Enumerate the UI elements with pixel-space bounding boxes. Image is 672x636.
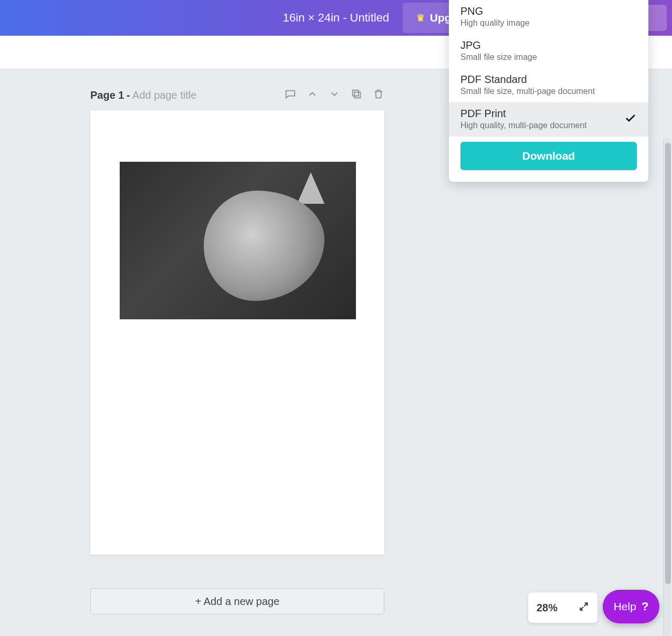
option-title: JPG	[460, 39, 637, 51]
fullscreen-icon[interactable]	[579, 601, 589, 614]
design-page[interactable]	[90, 110, 384, 555]
option-desc: High quality, multi-page document	[460, 121, 587, 130]
page-heading: Page 1 - Add page title	[90, 89, 196, 101]
option-desc: Small file size, multi-page document	[460, 87, 637, 96]
canvas-image[interactable]	[120, 162, 356, 319]
page-number-label: Page 1	[90, 89, 124, 101]
check-icon	[624, 112, 637, 127]
crown-icon: ♛	[416, 12, 425, 24]
move-down-icon[interactable]	[329, 88, 340, 102]
option-desc: Small file size image	[460, 53, 637, 62]
help-question-icon: ?	[642, 600, 648, 613]
zoom-value: 28%	[537, 602, 558, 614]
document-title[interactable]: 16in × 24in - Untitled	[283, 11, 389, 25]
trash-icon[interactable]	[373, 88, 384, 102]
duplicate-icon[interactable]	[351, 88, 362, 102]
download-option-png[interactable]: PNG High quality image	[449, 0, 648, 34]
download-option-jpg[interactable]: JPG Small file size image	[449, 34, 648, 68]
comment-icon[interactable]	[285, 88, 296, 102]
move-up-icon[interactable]	[307, 88, 318, 102]
vertical-scrollbar-thumb[interactable]	[665, 143, 671, 584]
option-title: PDF Print	[460, 108, 587, 120]
add-page-button[interactable]: + Add a new page	[90, 588, 384, 614]
zoom-control[interactable]: 28%	[528, 592, 597, 623]
svg-rect-1	[353, 90, 359, 96]
svg-rect-0	[354, 92, 360, 98]
option-desc: High quality image	[460, 18, 637, 28]
page-separator: -	[127, 89, 130, 101]
download-dropdown: PNG High quality image JPG Small file si…	[449, 0, 648, 182]
download-button-wrap: Download	[449, 137, 648, 182]
page-toolbar: Page 1 - Add page title	[90, 88, 384, 102]
option-title: PDF Standard	[460, 74, 637, 86]
page-title-input[interactable]: Add page title	[132, 89, 196, 101]
download-option-pdf-print[interactable]: PDF Print High quality, multi-page docum…	[449, 102, 648, 137]
download-option-pdf-standard[interactable]: PDF Standard Small file size, multi-page…	[449, 68, 648, 102]
option-title: PNG	[460, 5, 637, 17]
download-button[interactable]: Download	[460, 142, 637, 170]
help-button[interactable]: Help ?	[603, 590, 659, 623]
page-action-group	[285, 88, 384, 102]
help-label: Help	[614, 600, 636, 613]
